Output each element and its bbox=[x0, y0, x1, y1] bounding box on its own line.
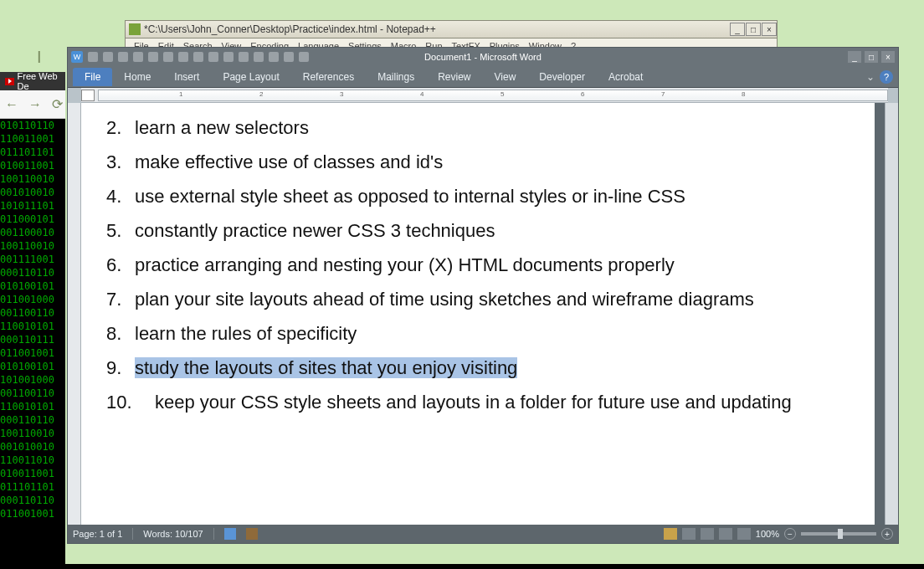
qat-undo-icon[interactable] bbox=[148, 52, 158, 62]
list-text[interactable]: constantly practice newer CSS 3 techniqu… bbox=[135, 222, 836, 240]
list-number: 3. bbox=[106, 153, 135, 172]
zoom-out-button[interactable]: − bbox=[784, 528, 796, 540]
print-layout-view-button[interactable] bbox=[664, 528, 677, 540]
web-layout-view-button[interactable] bbox=[701, 528, 714, 540]
notepadpp-titlebar[interactable]: *C:\Users\John_Conner\Desktop\Practice\i… bbox=[125, 20, 778, 38]
status-words[interactable]: Words: 10/107 bbox=[143, 529, 203, 539]
list-item[interactable]: 3.make effective use of classes and id's bbox=[106, 153, 836, 172]
qat-item-icon[interactable] bbox=[178, 52, 188, 62]
text-cursor-icon: I bbox=[37, 49, 44, 65]
status-macro-icon[interactable] bbox=[246, 528, 258, 540]
ribbon-tabs: FileHomeInsertPage LayoutReferencesMaili… bbox=[68, 66, 898, 88]
tab-view[interactable]: View bbox=[483, 68, 528, 86]
zoom-in-button[interactable]: + bbox=[881, 528, 893, 540]
list-text[interactable]: plan your site layouts ahead of time usi… bbox=[135, 290, 836, 309]
ribbon-expand-icon[interactable]: ⌄ bbox=[866, 71, 875, 83]
qat-item-icon[interactable] bbox=[223, 52, 234, 62]
browser-background: Free Web De ← → ⟳ 010110110 110011001 01… bbox=[0, 0, 65, 569]
document-canvas: 2.learn a new selectors3.make effective … bbox=[68, 103, 898, 525]
highlighted-text[interactable]: study the layouts of sites that you enjo… bbox=[135, 357, 517, 378]
qat-item-icon[interactable] bbox=[239, 52, 249, 62]
word-titlebar[interactable]: W Document1 - Microsoft Word _ □ × bbox=[68, 48, 898, 66]
notepadpp-window: *C:\Users\John_Conner\Desktop\Practice\i… bbox=[125, 20, 778, 49]
list-item[interactable]: 7.plan your site layouts ahead of time u… bbox=[106, 290, 836, 309]
qat-new-icon[interactable] bbox=[88, 52, 98, 62]
tab-selector-icon[interactable] bbox=[81, 90, 95, 101]
ruler-mark: 6 bbox=[581, 90, 584, 98]
list-item[interactable]: 6.practice arranging and nesting your (X… bbox=[106, 256, 836, 274]
list-text[interactable]: keep your CSS style sheets and layouts i… bbox=[155, 393, 836, 412]
reload-icon[interactable]: ⟳ bbox=[52, 96, 63, 112]
draft-view-button[interactable] bbox=[737, 528, 751, 540]
tab-mailings[interactable]: Mailings bbox=[366, 68, 426, 86]
list-text[interactable]: learn the rules of specificity bbox=[135, 325, 836, 343]
close-button[interactable]: × bbox=[881, 51, 895, 63]
qat-item-icon[interactable] bbox=[299, 52, 309, 62]
list-text[interactable]: use external style sheet as opposed to i… bbox=[135, 187, 836, 206]
close-button[interactable]: × bbox=[762, 23, 777, 36]
qat-open-icon[interactable] bbox=[103, 52, 113, 62]
list-item[interactable]: 9.study the layouts of sites that you en… bbox=[106, 359, 836, 377]
list-number: 5. bbox=[106, 222, 135, 240]
notepadpp-icon bbox=[129, 23, 141, 35]
help-button[interactable]: ? bbox=[880, 70, 893, 84]
list-text[interactable]: practice arranging and nesting your (X) … bbox=[135, 256, 836, 274]
ruler-mark: 8 bbox=[742, 90, 745, 98]
list-item[interactable]: 8.learn the rules of specificity bbox=[106, 325, 836, 343]
notepadpp-title: *C:\Users\John_Conner\Desktop\Practice\i… bbox=[144, 23, 436, 35]
tab-references[interactable]: References bbox=[291, 68, 366, 86]
outline-view-button[interactable] bbox=[719, 528, 732, 540]
list-text[interactable]: study the layouts of sites that you enjo… bbox=[135, 359, 836, 377]
list-item[interactable]: 2.learn a new selectors bbox=[106, 119, 836, 137]
back-icon[interactable]: ← bbox=[5, 97, 18, 112]
zoom-level[interactable]: 100% bbox=[756, 529, 779, 539]
forward-icon[interactable]: → bbox=[28, 97, 42, 112]
ruler-mark: 3 bbox=[340, 90, 343, 98]
qat-item-icon[interactable] bbox=[269, 52, 279, 62]
restore-button[interactable]: □ bbox=[865, 51, 878, 63]
tab-page-layout[interactable]: Page Layout bbox=[211, 68, 290, 86]
full-screen-view-button[interactable] bbox=[682, 528, 696, 540]
qat-print-icon[interactable] bbox=[133, 52, 143, 62]
status-page[interactable]: Page: 1 of 1 bbox=[73, 529, 122, 539]
ruler-mark: 1 bbox=[179, 90, 182, 98]
qat-item-icon[interactable] bbox=[193, 52, 203, 62]
ruler-mark: 5 bbox=[501, 90, 504, 98]
tab-review[interactable]: Review bbox=[426, 68, 482, 86]
list-text[interactable]: make effective use of classes and id's bbox=[135, 153, 836, 172]
minimize-button[interactable]: _ bbox=[848, 51, 861, 63]
status-proof-icon[interactable] bbox=[224, 528, 236, 540]
document-page[interactable]: 2.learn a new selectors3.make effective … bbox=[81, 103, 875, 525]
browser-tab-label: Free Web De bbox=[18, 71, 65, 91]
list-number: 6. bbox=[106, 256, 135, 274]
qat-item-icon[interactable] bbox=[284, 52, 294, 62]
browser-tab[interactable]: Free Web De bbox=[0, 72, 65, 90]
tab-acrobat[interactable]: Acrobat bbox=[597, 68, 654, 86]
qat-save-icon[interactable] bbox=[118, 52, 128, 62]
list-item[interactable]: 4.use external style sheet as opposed to… bbox=[106, 187, 836, 206]
list-number: 10. bbox=[106, 393, 155, 412]
minimize-button[interactable]: _ bbox=[730, 23, 745, 36]
youtube-icon bbox=[5, 78, 14, 85]
vertical-scrollbar[interactable] bbox=[885, 103, 898, 525]
vertical-ruler[interactable] bbox=[68, 103, 81, 525]
list-text[interactable]: learn a new selectors bbox=[135, 119, 836, 137]
qat-item-icon[interactable] bbox=[208, 52, 218, 62]
list-item[interactable]: 10.keep your CSS style sheets and layout… bbox=[106, 393, 836, 412]
tab-insert[interactable]: Insert bbox=[162, 68, 211, 86]
list-number: 7. bbox=[106, 290, 135, 309]
tab-file[interactable]: File bbox=[73, 68, 112, 86]
zoom-thumb[interactable] bbox=[838, 529, 843, 539]
horizontal-ruler[interactable]: 12345678 bbox=[81, 88, 888, 103]
zoom-slider[interactable] bbox=[801, 532, 876, 536]
tab-developer[interactable]: Developer bbox=[527, 68, 597, 86]
word-title: Document1 - Microsoft Word bbox=[424, 52, 542, 62]
qat-item-icon[interactable] bbox=[254, 52, 264, 62]
word-app-icon[interactable]: W bbox=[71, 51, 83, 63]
qat-redo-icon[interactable] bbox=[163, 52, 173, 62]
list-number: 4. bbox=[106, 187, 135, 206]
tab-home[interactable]: Home bbox=[112, 68, 162, 86]
maximize-button[interactable]: □ bbox=[746, 23, 761, 36]
quick-access-toolbar: W bbox=[71, 51, 309, 63]
list-item[interactable]: 5.constantly practice newer CSS 3 techni… bbox=[106, 222, 836, 240]
